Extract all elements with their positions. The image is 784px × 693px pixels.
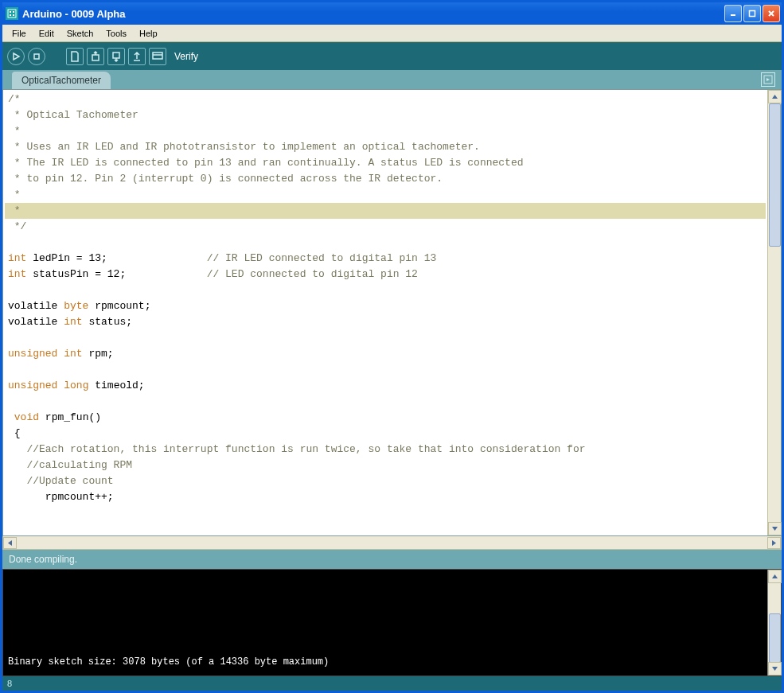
code-line: volatile byte rpmcount; <box>5 298 766 314</box>
code-line: //calculating RPM <box>5 457 766 473</box>
window-title: Arduino - 0009 Alpha <box>22 8 724 20</box>
code-line <box>5 330 766 346</box>
code-line: unsigned long timeold; <box>5 378 766 394</box>
run-button[interactable] <box>7 48 25 65</box>
code-line: int ledPin = 13; // IR LED connected to … <box>5 251 766 267</box>
titlebar: Arduino - 0009 Alpha <box>2 2 782 25</box>
console-area: Binary sketch size: 3078 bytes (of a 143… <box>2 569 782 676</box>
console-line: Binary sketch size: 3078 bytes (of a 143… <box>8 656 763 668</box>
scroll-up-icon[interactable] <box>768 90 782 103</box>
upload-button[interactable] <box>128 48 146 65</box>
svg-rect-6 <box>750 11 755 17</box>
code-line: unsigned int rpm; <box>5 346 766 362</box>
svg-marker-16 <box>772 95 778 99</box>
code-line: * Optical Tachometer <box>5 107 766 123</box>
toolbar: Verify <box>2 42 782 70</box>
stop-button[interactable] <box>28 48 45 65</box>
scroll-thumb[interactable] <box>769 613 781 663</box>
svg-marker-18 <box>8 540 12 546</box>
scroll-right-icon[interactable] <box>767 537 781 549</box>
svg-marker-9 <box>14 53 19 60</box>
code-line: //Update count <box>5 473 766 489</box>
tabbar: OpticalTachometer <box>2 70 782 89</box>
code-line: * <box>5 187 766 203</box>
console-output[interactable]: Binary sketch size: 3078 bytes (of a 143… <box>3 570 767 675</box>
code-line: int statusPin = 12; // LED connected to … <box>5 267 766 282</box>
svg-marker-21 <box>772 667 778 671</box>
code-line: /* <box>5 91 766 107</box>
menu-edit[interactable]: Edit <box>33 27 60 40</box>
code-line: { <box>5 426 766 442</box>
editor-area: /* * Optical Tachometer * * Uses an IR L… <box>2 89 782 536</box>
minimize-button[interactable] <box>724 5 742 22</box>
app-window: Arduino - 0009 Alpha File Edit Sketch To… <box>0 0 784 693</box>
code-line: * Uses an IR LED and IR phototransistor … <box>5 139 766 155</box>
code-line: void rpm_fun() <box>5 410 766 426</box>
code-line: * <box>5 123 766 139</box>
svg-rect-12 <box>113 53 119 58</box>
code-line: * The IR LED is connected to pin 13 and … <box>5 155 766 171</box>
status-bar: 8 <box>2 676 782 691</box>
code-line <box>5 362 766 378</box>
code-line <box>5 282 766 298</box>
menu-tools[interactable]: Tools <box>99 27 133 40</box>
app-icon <box>6 7 18 20</box>
svg-marker-17 <box>772 527 778 531</box>
code-line: volatile int status; <box>5 314 766 330</box>
svg-marker-20 <box>772 574 778 578</box>
code-line: rpmcount++; <box>5 489 766 505</box>
maximize-button[interactable] <box>743 5 761 22</box>
menubar: File Edit Sketch Tools Help <box>2 25 782 42</box>
scroll-down-icon[interactable] <box>768 522 782 535</box>
code-line <box>5 235 766 251</box>
code-line: * <box>5 203 766 219</box>
editor-horizontal-scrollbar[interactable] <box>2 536 782 550</box>
menu-file[interactable]: File <box>6 27 33 40</box>
close-button[interactable] <box>763 5 780 22</box>
scroll-left-icon[interactable] <box>3 537 17 549</box>
svg-rect-4 <box>13 14 14 16</box>
svg-rect-3 <box>10 14 11 16</box>
menu-help[interactable]: Help <box>133 27 164 40</box>
tab-sketch[interactable]: OpticalTachometer <box>12 72 111 89</box>
new-button[interactable] <box>66 48 84 65</box>
serial-monitor-button[interactable] <box>149 48 166 65</box>
svg-rect-2 <box>13 11 14 13</box>
code-line <box>5 394 766 410</box>
editor-vertical-scrollbar[interactable] <box>767 90 781 535</box>
svg-rect-0 <box>8 10 16 18</box>
open-button[interactable] <box>87 48 104 65</box>
menu-sketch[interactable]: Sketch <box>60 27 100 40</box>
tab-menu-button[interactable] <box>761 72 775 87</box>
code-editor[interactable]: /* * Optical Tachometer * * Uses an IR L… <box>3 90 767 535</box>
svg-marker-19 <box>772 540 776 546</box>
scroll-down-icon[interactable] <box>768 662 782 675</box>
svg-rect-1 <box>10 11 11 13</box>
svg-rect-10 <box>34 54 39 59</box>
code-line: */ <box>5 219 766 235</box>
save-button[interactable] <box>107 48 125 65</box>
code-line: * to pin 12. Pin 2 (interrupt 0) is conn… <box>5 171 766 187</box>
code-line: //Each rotation, this interrupt function… <box>5 442 766 457</box>
scroll-thumb[interactable] <box>769 103 781 247</box>
svg-rect-11 <box>92 55 99 60</box>
toolbar-label: Verify <box>174 51 198 62</box>
line-number: 8 <box>7 679 12 688</box>
scroll-up-icon[interactable] <box>768 570 782 583</box>
console-vertical-scrollbar[interactable] <box>767 570 781 675</box>
svg-rect-13 <box>153 53 162 59</box>
compile-status: Done compiling. <box>2 550 782 569</box>
